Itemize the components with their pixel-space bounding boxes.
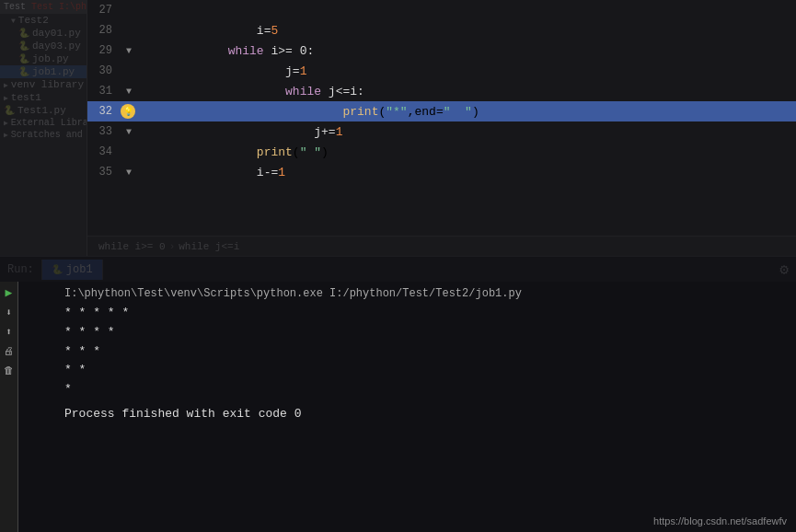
code-token: 1 — [278, 166, 285, 179]
code-line-35: 35 ▼ i-=1 — [87, 162, 796, 182]
run-output: I:\phython\Test\venv\Scripts\python.exe … — [18, 282, 796, 532]
line-num-28: 28 — [87, 24, 120, 37]
process-exit-message: Process finished with exit code 0 — [64, 407, 789, 421]
run-toolbar: ▶ ⬇ ⬆ 🖨 🗑 — [0, 282, 18, 532]
fold-icon[interactable]: ▼ — [126, 46, 132, 56]
output-area-wrapper: ▶ ⬇ ⬆ 🖨 🗑 I:\phython\Test\venv\Scripts\p… — [0, 282, 796, 532]
run-panel: Run: 🐍 job1 ⚙ ▶ ⬇ ⬆ 🖨 🗑 I:\phython\Test\… — [0, 256, 796, 532]
line-num-27: 27 — [87, 4, 120, 17]
lightbulb-icon[interactable]: 💡 — [121, 104, 135, 119]
line-num-32: 32 — [87, 105, 120, 118]
output-line-3: * * * — [64, 342, 789, 362]
line-content-35: i-=1 — [138, 152, 796, 193]
run-command-line: I:\phython\Test\venv\Scripts\python.exe … — [64, 287, 789, 300]
line-num-33: 33 — [87, 125, 120, 138]
line-num-35: 35 — [87, 166, 120, 179]
watermark: https://blog.csdn.net/sadfewfv — [653, 515, 787, 526]
line-num-31: 31 — [87, 85, 120, 98]
clear-button[interactable]: 🗑 — [2, 363, 17, 377]
line-num-30: 30 — [87, 64, 120, 77]
output-line-1: * * * * * — [64, 304, 789, 323]
output-line-4: * * — [64, 361, 789, 380]
scroll-up-button[interactable]: ⬆ — [2, 324, 17, 339]
fold-icon[interactable]: ▼ — [126, 127, 132, 137]
code-token: i — [257, 166, 264, 179]
line-num-29: 29 — [87, 44, 120, 57]
line-num-34: 34 — [87, 145, 120, 158]
scroll-down-button[interactable]: ⬇ — [2, 305, 17, 319]
fold-icon[interactable]: ▼ — [126, 87, 132, 97]
gutter-32: 💡 — [120, 104, 138, 119]
gutter-33: ▼ — [120, 127, 138, 137]
run-button[interactable]: ▶ — [2, 285, 17, 300]
gutter-31: ▼ — [120, 87, 138, 97]
gutter-35: ▼ — [120, 168, 138, 178]
print-button[interactable]: 🖨 — [2, 343, 17, 358]
gutter-29: ▼ — [120, 46, 138, 56]
output-line-2: * * * * — [64, 323, 789, 342]
fold-icon[interactable]: ▼ — [126, 168, 132, 178]
output-line-5: * — [64, 380, 789, 399]
code-token: -= — [264, 166, 279, 179]
